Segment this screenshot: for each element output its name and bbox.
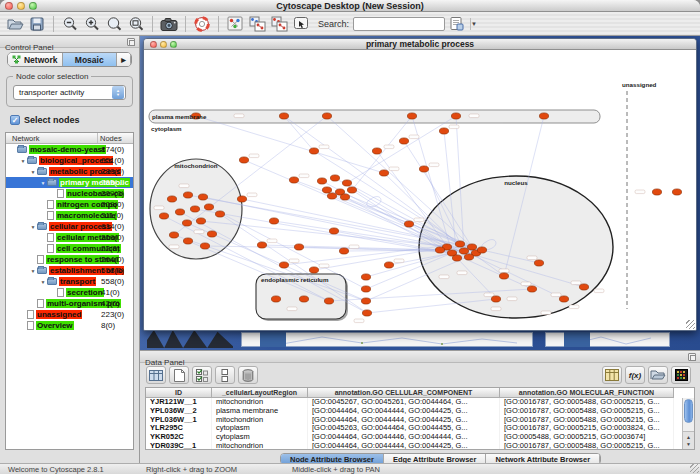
help-icon[interactable] — [191, 14, 213, 34]
network-node[interactable] — [361, 286, 370, 292]
network-node[interactable] — [289, 177, 298, 183]
table-cell[interactable]: [GO:0016787, GO:0005215, GO:0003824, G..… — [500, 424, 674, 433]
tree-column-nodes[interactable]: Nodes — [98, 133, 133, 143]
import-matrix-icon[interactable] — [602, 366, 622, 384]
table-column-header[interactable]: _cellularLayoutRegion — [212, 388, 308, 398]
import-attributes-icon[interactable] — [648, 366, 668, 384]
network-node[interactable] — [317, 178, 326, 184]
network-node[interactable] — [652, 189, 661, 195]
close-window-button[interactable] — [5, 2, 13, 10]
network-node[interactable] — [175, 209, 184, 215]
network-node[interactable] — [196, 218, 205, 224]
network-node[interactable] — [327, 193, 336, 199]
network-node[interactable] — [559, 296, 568, 302]
network-node[interactable] — [464, 254, 473, 260]
float-panel-icon[interactable] — [127, 38, 135, 46]
table-cell[interactable]: mitochondrion — [212, 416, 308, 425]
tab-edge-attribute-browser[interactable]: Edge Attribute Browser — [384, 454, 486, 463]
table-cell[interactable]: [GO:0016787, GO:0005488, GO:0005215, G..… — [500, 416, 674, 425]
table-column-header[interactable]: annotation.GO MOLECULAR_FUNCTION — [500, 388, 674, 398]
network-node[interactable] — [579, 284, 588, 290]
table-row[interactable]: YLR295Ccytoplasm[GO:0045263, GO:0044464,… — [146, 424, 694, 433]
network-node[interactable] — [207, 231, 216, 237]
network-node[interactable] — [477, 247, 486, 253]
tab-overflow-icon[interactable]: ▶ — [117, 53, 131, 66]
network-node[interactable] — [399, 138, 408, 144]
tree-row[interactable]: nitrogen compo209(0) — [6, 199, 133, 210]
select-nodes-checkbox[interactable]: ✓ — [10, 115, 20, 125]
network-node[interactable] — [455, 241, 464, 247]
node-color-dropdown[interactable]: transporter activity ▲▼ — [13, 85, 126, 100]
tab-network[interactable]: Network — [8, 53, 63, 66]
open-file-icon[interactable] — [4, 14, 26, 34]
network-node[interactable] — [324, 298, 333, 304]
network-node[interactable] — [215, 211, 224, 217]
zoom-out-icon[interactable] — [59, 14, 81, 34]
manage-networks-icon[interactable] — [224, 14, 246, 34]
network-node[interactable] — [539, 113, 548, 119]
network-node[interactable] — [200, 243, 209, 249]
network-node[interactable] — [340, 194, 349, 200]
search-input[interactable] — [354, 18, 470, 30]
tree-row[interactable]: response to stimul264(0) — [6, 254, 133, 265]
snapshot-icon[interactable] — [158, 14, 180, 34]
background-window-fragment[interactable] — [545, 332, 670, 347]
zoom-in-icon[interactable] — [81, 14, 103, 34]
network-node[interactable] — [299, 296, 308, 302]
duplicate-network-icon[interactable] — [246, 14, 268, 34]
network-node[interactable] — [167, 196, 176, 202]
table-cell[interactable]: mitochondrion — [212, 442, 308, 450]
save-icon[interactable] — [26, 14, 48, 34]
tree-row[interactable]: nucleobase-co209(0) — [6, 188, 133, 199]
tree-row[interactable]: ▼cellular process614(0) — [6, 221, 133, 232]
tree-expand-icon[interactable]: ▼ — [39, 180, 47, 186]
network-node[interactable] — [183, 192, 192, 198]
table-column-header[interactable]: annotation.GO CELLULAR_COMPONENT — [308, 388, 500, 398]
tree-row[interactable]: cell communicat22(0) — [6, 243, 133, 254]
unselect-attributes-icon[interactable] — [215, 366, 235, 384]
tree-expand-icon[interactable]: ▼ — [29, 169, 37, 175]
minimize-view-button[interactable] — [160, 41, 167, 48]
tab-node-attribute-browser[interactable]: Node Attribute Browser — [281, 454, 384, 463]
tree-expand-icon[interactable]: ▼ — [19, 158, 27, 164]
new-attribute-icon[interactable] — [169, 366, 189, 384]
network-node[interactable] — [339, 248, 348, 254]
network-node[interactable] — [182, 220, 191, 226]
network-node[interactable] — [159, 213, 168, 219]
network-node[interactable] — [404, 221, 413, 227]
network-node[interactable] — [330, 175, 339, 181]
network-node[interactable] — [527, 286, 536, 292]
table-cell[interactable]: [GO:0045267, GO:0045261, GO:0044464, G..… — [308, 398, 500, 407]
network-node[interactable] — [439, 128, 448, 134]
tree-row[interactable]: multi-organism pro42(0) — [6, 298, 133, 309]
network-node[interactable] — [329, 228, 338, 234]
network-node[interactable] — [237, 196, 246, 202]
close-view-button[interactable] — [150, 41, 157, 48]
network-canvas[interactable]: plasma membranecytoplasmmitochondrionnuc… — [144, 50, 696, 330]
network-node[interactable] — [452, 255, 461, 261]
table-cell[interactable]: [GO:0044464, GO:0044444, GO:0044425, G..… — [308, 407, 500, 416]
table-cell[interactable]: YKR052C — [146, 433, 212, 442]
network-node[interactable] — [435, 247, 444, 253]
network-node[interactable] — [204, 204, 213, 210]
table-cell[interactable]: [GO:0044464, GO:0044444, GO:0044425, G..… — [308, 442, 500, 450]
table-cell[interactable]: YDR039C__1 — [146, 442, 212, 450]
table-cell[interactable]: cytoplasm — [212, 424, 308, 433]
statusbar-resize-grip[interactable] — [690, 464, 699, 473]
background-window-fragment[interactable] — [241, 332, 533, 347]
table-column-header[interactable]: ID — [146, 388, 212, 398]
network-node[interactable] — [342, 180, 351, 186]
table-cell[interactable]: cytoplasm — [212, 433, 308, 442]
network-node[interactable] — [257, 242, 266, 248]
scrollbar-thumb[interactable] — [684, 399, 693, 423]
table-cell[interactable]: [GO:0016787, GO:0005488, GO:0005215, G..… — [500, 407, 674, 416]
table-cell[interactable]: mitochondrion — [212, 398, 308, 407]
network-node[interactable] — [419, 166, 428, 172]
function-builder-icon[interactable]: f(x) — [625, 366, 645, 384]
network-node[interactable] — [467, 244, 476, 250]
network-node[interactable] — [362, 310, 371, 316]
table-row[interactable]: YJR121W__1mitochondrion[GO:0045267, GO:0… — [146, 398, 694, 407]
network-node[interactable] — [169, 232, 178, 238]
network-node[interactable] — [183, 238, 192, 244]
tree-row[interactable]: ▼establishment of lo558(0) — [6, 265, 133, 276]
